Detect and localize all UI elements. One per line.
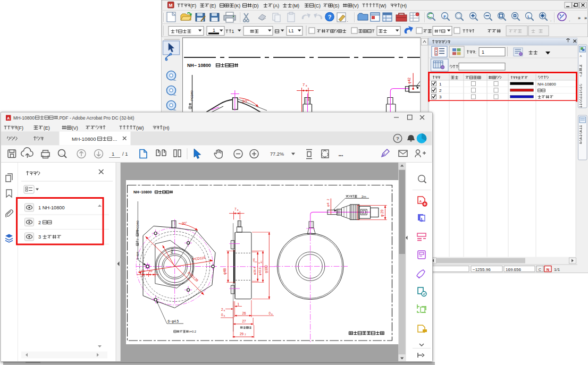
svg-text:77.2%: 77.2% [270,151,284,157]
svg-text:...: ... [60,152,63,155]
svg-text:(S): (S) [333,3,339,9]
svg-text:φ36.4: φ36.4 [253,267,256,275]
svg-text:7: 7 [245,334,246,336]
svg-text:2m: 2m [362,194,366,198]
svg-text:(F): (F) [18,125,23,131]
svg-text:<: < [579,55,583,57]
svg-text:φ4: φ4 [326,202,330,207]
svg-text:7: 7 [303,82,305,87]
svg-text:(E): (E) [209,3,216,9]
svg-text:(W): (W) [136,125,144,131]
svg-text:C: C [539,267,542,272]
svg-text:s: s [306,84,307,87]
svg-text:10: 10 [149,269,153,273]
svg-text:30°: 30° [182,222,187,225]
svg-text:0: 0 [269,311,271,315]
svg-text:30°: 30° [242,99,249,104]
svg-text:.: . [550,18,551,22]
svg-text:(H): (H) [400,3,407,9]
svg-text:1: 1 [439,82,442,87]
svg-text:3: 3 [38,234,41,240]
svg-text:...: ... [113,136,117,142]
svg-text:2: 2 [439,88,442,93]
svg-text:φ 20: φ 20 [380,209,384,217]
svg-text:2: 2 [38,220,41,225]
svg-text:-0.1: -0.1 [261,260,263,264]
svg-text:φ100: φ100 [264,265,268,273]
svg-text:t=0.2: t=0.2 [189,330,196,333]
svg-text:PCD80: PCD80 [190,90,194,101]
svg-text:(D): (D) [252,3,258,9]
svg-text:−1255.96: −1255.96 [473,267,491,272]
svg-text:27: 27 [242,319,247,323]
svg-text:.: . [347,18,348,23]
svg-text:1: 1 [232,29,234,34]
svg-text:(K): (K) [234,3,241,9]
svg-text:7: 7 [136,239,139,240]
svg-text:(F): (F) [190,3,196,9]
svg-text:(H): (H) [163,125,169,131]
svg-text:10: 10 [141,269,145,273]
svg-text:(W): (W) [379,3,386,9]
svg-text:...: ... [421,177,423,181]
svg-text:/ 1: / 1 [122,151,128,157]
svg-text:φ43.6: φ43.6 [258,267,262,275]
svg-text:(C): (C) [314,3,321,9]
svg-text:1 NH-10800: 1 NH-10800 [38,205,65,210]
svg-text:(M): (M) [292,3,299,9]
svg-text:NH− 10800: NH− 10800 [187,63,211,68]
svg-text:(E): (E) [44,125,50,131]
svg-text:1: 1 [238,302,240,306]
svg-text:1/1: 1/1 [554,267,560,272]
svg-text:A: A [7,116,10,121]
svg-text:1: 1 [112,151,114,157]
svg-text:•••: ••• [339,153,343,158]
svg-text:26: 26 [242,311,247,315]
svg-text:?: ? [328,14,332,20]
svg-text:3−M4: 3−M4 [136,251,139,260]
svg-text:»: » [584,15,587,21]
svg-text:(V): (V) [352,3,359,9]
svg-text:3: 3 [439,95,442,99]
svg-text:1: 1 [213,28,215,33]
svg-text:.: . [569,18,570,22]
svg-text:L1: L1 [289,28,294,33]
svg-text:NH-10800: NH-10800 [537,82,556,87]
svg-text:PCD80: PCD80 [136,220,139,231]
svg-text::: : [475,50,476,55]
svg-text:?: ? [396,135,399,141]
svg-text:φ48: φ48 [223,268,227,275]
svg-text:φ42: φ42 [407,78,411,84]
svg-text:MH-10800: MH-10800 [13,115,35,121]
svg-text:»: » [578,15,581,21]
svg-text:29: 29 [240,332,244,336]
svg-text:(A): (A) [273,3,279,9]
svg-text:2: 2 [221,308,223,311]
svg-text:A: A [419,200,422,203]
svg-text:6−φ4.5: 6−φ4.5 [168,319,179,324]
svg-text:>: > [579,75,583,77]
svg-text:1: 1 [482,49,484,55]
svg-text:2: 2 [327,199,330,200]
svg-text:(V): (V) [72,125,78,131]
svg-text:MH-10800: MH-10800 [72,136,96,142]
svg-text:NH−10800: NH−10800 [133,190,152,194]
svg-text:F: F [443,14,446,19]
svg-text:169.656: 169.656 [506,267,521,272]
svg-text:0: 0 [255,261,257,262]
svg-text:.PDF - Adobe Acrobat Pro DC (3: .PDF - Adobe Acrobat Pro DC (32-bit) [58,115,134,121]
svg-text:0: 0 [221,313,223,317]
svg-text:7: 7 [234,207,237,211]
svg-text:L: L [527,15,530,19]
svg-text:N: N [547,267,549,272]
svg-text:M: M [169,3,172,8]
